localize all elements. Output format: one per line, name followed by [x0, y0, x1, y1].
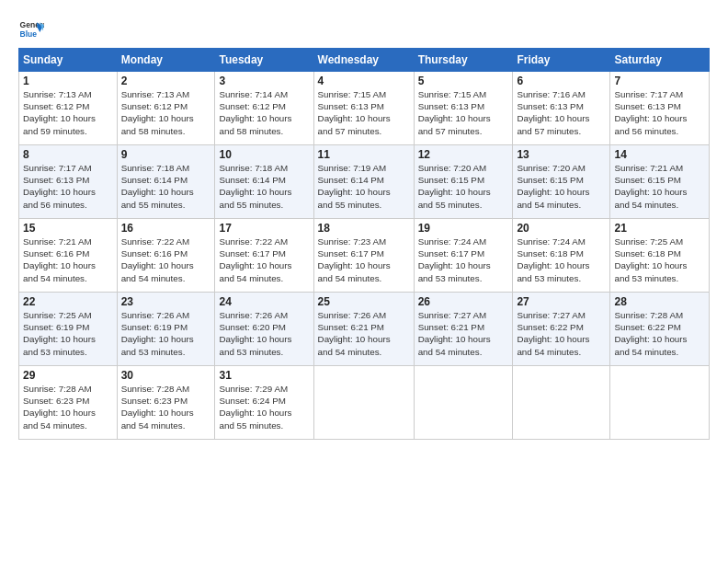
day-number: 10 — [219, 148, 309, 161]
calendar-cell: 27Sunrise: 7:27 AM Sunset: 6:22 PM Dayli… — [513, 293, 610, 366]
calendar-cell: 5Sunrise: 7:15 AM Sunset: 6:13 PM Daylig… — [414, 72, 513, 145]
calendar-cell: 26Sunrise: 7:27 AM Sunset: 6:21 PM Dayli… — [414, 293, 513, 366]
calendar-cell: 28Sunrise: 7:28 AM Sunset: 6:22 PM Dayli… — [610, 293, 710, 366]
calendar-cell: 20Sunrise: 7:24 AM Sunset: 6:18 PM Dayli… — [513, 219, 610, 293]
day-number: 13 — [517, 148, 606, 161]
page: General Blue SundayMondayTuesdayWednesda… — [0, 0, 728, 449]
day-info: Sunrise: 7:26 AM Sunset: 6:20 PM Dayligh… — [219, 309, 309, 358]
calendar-cell: 10Sunrise: 7:18 AM Sunset: 6:14 PM Dayli… — [215, 145, 313, 219]
day-info: Sunrise: 7:14 AM Sunset: 6:12 PM Dayligh… — [219, 88, 309, 137]
day-number: 9 — [121, 148, 211, 161]
day-number: 27 — [517, 295, 606, 308]
day-number: 22 — [23, 295, 113, 308]
day-number: 11 — [318, 148, 410, 161]
day-number: 30 — [121, 369, 211, 382]
day-info: Sunrise: 7:20 AM Sunset: 6:15 PM Dayligh… — [418, 162, 509, 211]
weekday-header-row: SundayMondayTuesdayWednesdayThursdayFrid… — [19, 49, 710, 72]
day-info: Sunrise: 7:17 AM Sunset: 6:13 PM Dayligh… — [614, 88, 705, 137]
day-number: 24 — [219, 295, 309, 308]
day-info: Sunrise: 7:17 AM Sunset: 6:13 PM Dayligh… — [23, 162, 113, 211]
day-number: 2 — [121, 75, 211, 87]
day-number: 23 — [121, 295, 211, 308]
calendar-cell: 13Sunrise: 7:20 AM Sunset: 6:15 PM Dayli… — [513, 145, 610, 219]
day-info: Sunrise: 7:27 AM Sunset: 6:21 PM Dayligh… — [418, 309, 509, 358]
day-info: Sunrise: 7:26 AM Sunset: 6:19 PM Dayligh… — [121, 309, 211, 358]
day-info: Sunrise: 7:21 AM Sunset: 6:16 PM Dayligh… — [23, 236, 113, 284]
day-info: Sunrise: 7:18 AM Sunset: 6:14 PM Dayligh… — [219, 162, 309, 211]
weekday-header-sunday: Sunday — [19, 49, 118, 72]
day-info: Sunrise: 7:25 AM Sunset: 6:19 PM Dayligh… — [23, 309, 113, 358]
day-info: Sunrise: 7:24 AM Sunset: 6:17 PM Dayligh… — [418, 236, 509, 284]
calendar-cell — [414, 366, 513, 440]
calendar-cell: 22Sunrise: 7:25 AM Sunset: 6:19 PM Dayli… — [19, 293, 118, 366]
calendar-cell: 24Sunrise: 7:26 AM Sunset: 6:20 PM Dayli… — [215, 293, 313, 366]
calendar-cell: 7Sunrise: 7:17 AM Sunset: 6:13 PM Daylig… — [610, 72, 710, 145]
header: General Blue — [18, 17, 710, 42]
calendar-cell: 6Sunrise: 7:16 AM Sunset: 6:13 PM Daylig… — [513, 72, 610, 145]
day-number: 21 — [614, 222, 705, 235]
calendar-cell: 9Sunrise: 7:18 AM Sunset: 6:14 PM Daylig… — [117, 145, 215, 219]
calendar-cell: 31Sunrise: 7:29 AM Sunset: 6:24 PM Dayli… — [215, 366, 313, 440]
calendar-cell: 1Sunrise: 7:13 AM Sunset: 6:12 PM Daylig… — [19, 72, 118, 145]
calendar-table: SundayMondayTuesdayWednesdayThursdayFrid… — [18, 48, 710, 440]
logo: General Blue — [18, 17, 44, 42]
calendar-cell — [513, 366, 610, 440]
day-number: 18 — [318, 222, 410, 235]
day-number: 29 — [23, 369, 113, 382]
calendar-cell: 17Sunrise: 7:22 AM Sunset: 6:17 PM Dayli… — [215, 219, 313, 293]
day-info: Sunrise: 7:25 AM Sunset: 6:18 PM Dayligh… — [614, 236, 705, 284]
day-info: Sunrise: 7:16 AM Sunset: 6:13 PM Dayligh… — [517, 88, 606, 137]
day-info: Sunrise: 7:29 AM Sunset: 6:24 PM Dayligh… — [219, 383, 309, 431]
weekday-header-thursday: Thursday — [414, 49, 513, 72]
day-info: Sunrise: 7:28 AM Sunset: 6:23 PM Dayligh… — [121, 383, 211, 431]
weekday-header-wednesday: Wednesday — [313, 49, 414, 72]
day-number: 7 — [614, 75, 705, 87]
calendar-cell: 12Sunrise: 7:20 AM Sunset: 6:15 PM Dayli… — [414, 145, 513, 219]
calendar-cell: 25Sunrise: 7:26 AM Sunset: 6:21 PM Dayli… — [313, 293, 414, 366]
day-info: Sunrise: 7:20 AM Sunset: 6:15 PM Dayligh… — [517, 162, 606, 211]
calendar-cell: 11Sunrise: 7:19 AM Sunset: 6:14 PM Dayli… — [313, 145, 414, 219]
day-number: 1 — [23, 75, 113, 87]
day-number: 15 — [23, 222, 113, 235]
day-number: 14 — [614, 148, 705, 161]
day-info: Sunrise: 7:26 AM Sunset: 6:21 PM Dayligh… — [318, 309, 410, 358]
calendar-cell — [313, 366, 414, 440]
logo-icon: General Blue — [18, 17, 44, 42]
day-number: 31 — [219, 369, 309, 382]
weekday-header-monday: Monday — [117, 49, 215, 72]
day-info: Sunrise: 7:24 AM Sunset: 6:18 PM Dayligh… — [517, 236, 606, 284]
calendar-cell: 14Sunrise: 7:21 AM Sunset: 6:15 PM Dayli… — [610, 145, 710, 219]
calendar-cell: 8Sunrise: 7:17 AM Sunset: 6:13 PM Daylig… — [19, 145, 118, 219]
calendar-week-3: 15Sunrise: 7:21 AM Sunset: 6:16 PM Dayli… — [19, 219, 710, 293]
weekday-header-tuesday: Tuesday — [215, 49, 313, 72]
weekday-header-friday: Friday — [513, 49, 610, 72]
calendar-week-2: 8Sunrise: 7:17 AM Sunset: 6:13 PM Daylig… — [19, 145, 710, 219]
calendar-week-5: 29Sunrise: 7:28 AM Sunset: 6:23 PM Dayli… — [19, 366, 710, 440]
day-info: Sunrise: 7:15 AM Sunset: 6:13 PM Dayligh… — [318, 88, 410, 137]
day-info: Sunrise: 7:27 AM Sunset: 6:22 PM Dayligh… — [517, 309, 606, 358]
day-info: Sunrise: 7:28 AM Sunset: 6:23 PM Dayligh… — [23, 383, 113, 431]
calendar-cell: 4Sunrise: 7:15 AM Sunset: 6:13 PM Daylig… — [313, 72, 414, 145]
day-info: Sunrise: 7:19 AM Sunset: 6:14 PM Dayligh… — [318, 162, 410, 211]
day-number: 17 — [219, 222, 309, 235]
day-info: Sunrise: 7:21 AM Sunset: 6:15 PM Dayligh… — [614, 162, 705, 211]
day-info: Sunrise: 7:15 AM Sunset: 6:13 PM Dayligh… — [418, 88, 509, 137]
day-info: Sunrise: 7:13 AM Sunset: 6:12 PM Dayligh… — [121, 88, 211, 137]
calendar-cell: 18Sunrise: 7:23 AM Sunset: 6:17 PM Dayli… — [313, 219, 414, 293]
calendar-cell: 19Sunrise: 7:24 AM Sunset: 6:17 PM Dayli… — [414, 219, 513, 293]
calendar-week-4: 22Sunrise: 7:25 AM Sunset: 6:19 PM Dayli… — [19, 293, 710, 366]
calendar-cell: 16Sunrise: 7:22 AM Sunset: 6:16 PM Dayli… — [117, 219, 215, 293]
calendar-cell: 21Sunrise: 7:25 AM Sunset: 6:18 PM Dayli… — [610, 219, 710, 293]
day-info: Sunrise: 7:18 AM Sunset: 6:14 PM Dayligh… — [121, 162, 211, 211]
day-number: 4 — [318, 75, 410, 87]
day-info: Sunrise: 7:23 AM Sunset: 6:17 PM Dayligh… — [318, 236, 410, 284]
day-number: 8 — [23, 148, 113, 161]
svg-text:Blue: Blue — [20, 29, 38, 39]
day-number: 20 — [517, 222, 606, 235]
calendar-cell: 30Sunrise: 7:28 AM Sunset: 6:23 PM Dayli… — [117, 366, 215, 440]
day-number: 16 — [121, 222, 211, 235]
day-number: 25 — [318, 295, 410, 308]
day-info: Sunrise: 7:22 AM Sunset: 6:17 PM Dayligh… — [219, 236, 309, 284]
calendar-cell: 23Sunrise: 7:26 AM Sunset: 6:19 PM Dayli… — [117, 293, 215, 366]
day-number: 5 — [418, 75, 509, 87]
